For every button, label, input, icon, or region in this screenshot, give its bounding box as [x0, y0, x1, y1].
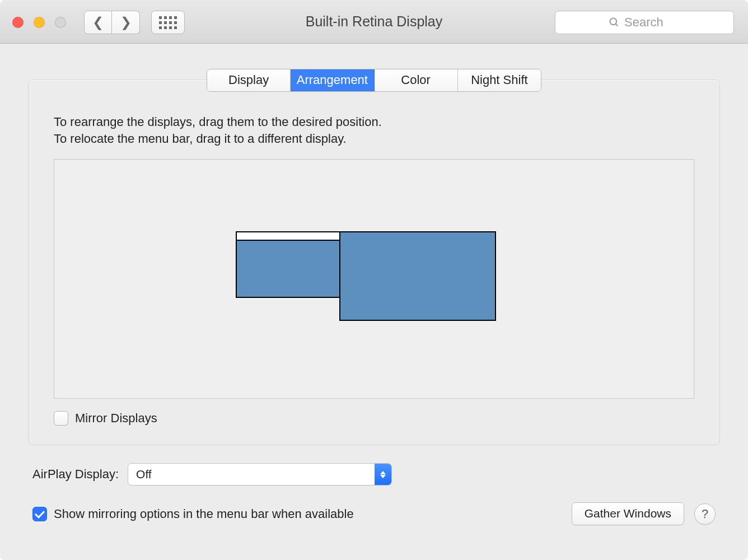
tab-bar: Display Arrangement Color Night Shift — [207, 69, 541, 92]
mirror-displays-checkbox[interactable] — [54, 411, 68, 426]
arrangement-canvas[interactable] — [54, 159, 694, 399]
search-icon — [609, 17, 620, 28]
window-title: Built-in Retina Display — [306, 13, 443, 30]
instructions-line1: To rearrange the displays, drag them to … — [54, 114, 694, 130]
zoom-button — [55, 17, 66, 28]
airplay-value: Off — [136, 468, 152, 481]
traffic-lights — [12, 17, 66, 28]
display-primary[interactable] — [236, 231, 340, 298]
gather-windows-button[interactable]: Gather Windows — [572, 502, 684, 525]
show-all-button[interactable] — [151, 11, 185, 34]
content-area: Display Arrangement Color Night Shift To… — [0, 44, 748, 542]
tab-arrangement[interactable]: Arrangement — [291, 69, 374, 91]
select-caret-icon — [375, 464, 391, 485]
mirror-displays-row: Mirror Displays — [54, 411, 694, 426]
mirror-displays-label: Mirror Displays — [75, 411, 157, 426]
show-mirroring-checkbox[interactable] — [32, 507, 47, 521]
tab-color[interactable]: Color — [375, 69, 458, 91]
airplay-label: AirPlay Display: — [32, 467, 119, 482]
tab-night-shift[interactable]: Night Shift — [458, 69, 541, 91]
svg-line-1 — [616, 24, 618, 26]
help-button[interactable]: ? — [694, 503, 716, 525]
chevron-right-icon: ❯ — [120, 16, 132, 29]
svg-point-0 — [610, 18, 617, 25]
chevron-left-icon: ❮ — [92, 16, 104, 29]
back-button[interactable]: ❮ — [84, 11, 112, 34]
action-buttons: Gather Windows ? — [572, 502, 716, 525]
bottom-row: Show mirroring options in the menu bar w… — [32, 502, 716, 525]
show-mirroring-label: Show mirroring options in the menu bar w… — [54, 507, 354, 521]
minimize-button[interactable] — [34, 17, 45, 28]
titlebar: ❮ ❯ Built-in Retina Display — [0, 0, 748, 44]
nav-group: ❮ ❯ — [84, 11, 185, 34]
arrangement-panel: To rearrange the displays, drag them to … — [28, 80, 720, 445]
menu-bar-handle[interactable] — [237, 232, 339, 241]
grid-icon — [159, 16, 177, 29]
forward-button[interactable]: ❯ — [112, 11, 140, 34]
show-mirroring-row: Show mirroring options in the menu bar w… — [32, 507, 354, 521]
airplay-select[interactable]: Off — [128, 463, 392, 486]
instructions-line2: To relocate the menu bar, drag it to a d… — [54, 130, 694, 147]
search-field[interactable] — [555, 11, 734, 34]
airplay-row: AirPlay Display: Off — [32, 463, 716, 486]
instructions: To rearrange the displays, drag them to … — [54, 114, 694, 147]
tab-display[interactable]: Display — [207, 69, 291, 91]
display-secondary[interactable] — [339, 231, 496, 321]
search-input[interactable] — [624, 15, 680, 30]
close-button[interactable] — [12, 17, 24, 28]
preferences-window: ❮ ❯ Built-in Retina Display Display Arra… — [0, 0, 748, 560]
bottom-controls: AirPlay Display: Off Show mirroring opti… — [28, 463, 720, 525]
